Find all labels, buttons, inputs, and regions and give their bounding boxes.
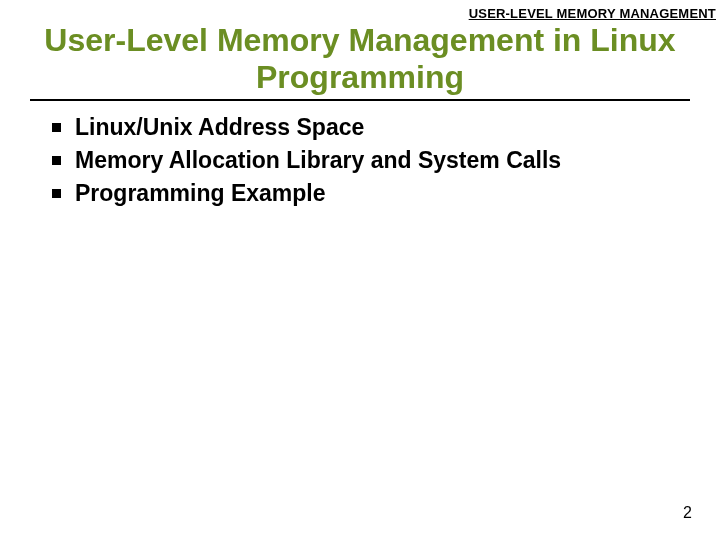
list-item: Programming Example — [52, 178, 700, 209]
bullet-text: Memory Allocation Library and System Cal… — [75, 145, 561, 176]
list-item: Memory Allocation Library and System Cal… — [52, 145, 700, 176]
page-title: User-Level Memory Management in Linux Pr… — [0, 22, 720, 96]
bullet-list: Linux/Unix Address Space Memory Allocati… — [52, 112, 700, 211]
bullet-text: Programming Example — [75, 178, 326, 209]
list-item: Linux/Unix Address Space — [52, 112, 700, 143]
bullet-icon — [52, 189, 61, 198]
bullet-text: Linux/Unix Address Space — [75, 112, 364, 143]
bullet-icon — [52, 156, 61, 165]
bullet-icon — [52, 123, 61, 132]
header-label: USER-LEVEL MEMORY MANAGEMENT — [469, 6, 716, 21]
page-number: 2 — [683, 504, 692, 522]
title-underline — [30, 99, 690, 101]
